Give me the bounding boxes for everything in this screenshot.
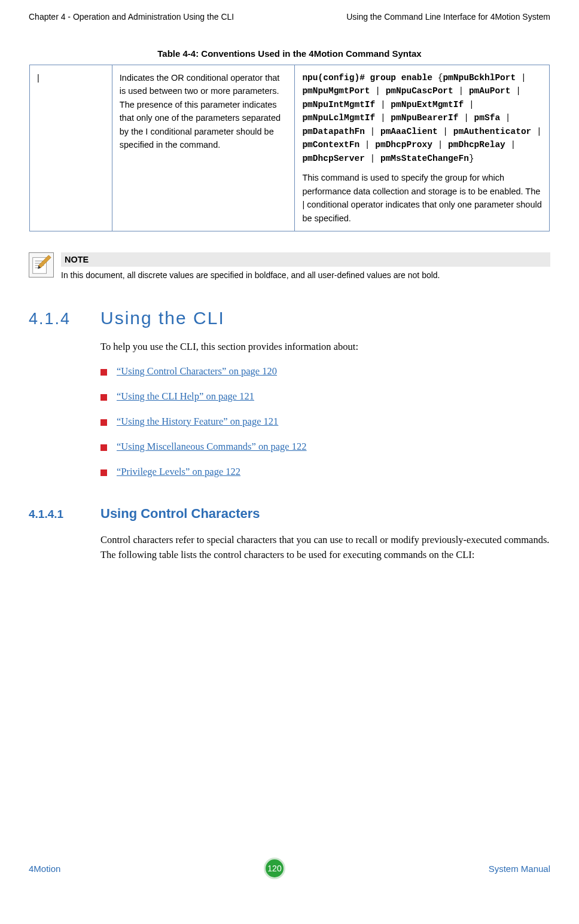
toc-link[interactable]: “Using the CLI Help” on page 121 [117, 391, 254, 402]
section-number: 4.1.4 [29, 310, 100, 328]
code-param: pmNpuExtMgmtIf [391, 100, 464, 109]
footer-left: 4Motion [29, 864, 60, 874]
header-left: Chapter 4 - Operation and Administration… [29, 12, 234, 22]
code-param: pmNpuIntMgmtIf [302, 100, 375, 109]
code-example: npu(config)# group enable {pmNpuBckhlPor… [302, 71, 542, 165]
code-separator: | [511, 86, 521, 96]
list-item: “Privilege Levels” on page 122 [100, 466, 550, 478]
note-label: NOTE [61, 252, 550, 267]
code-param: pmAuPort [469, 86, 511, 96]
bullet-icon [100, 444, 107, 451]
code-param: pmNpuLclMgmtIf [302, 113, 375, 123]
code-separator: | [505, 140, 516, 150]
toc-link[interactable]: “Using Miscellaneous Commands” on page 1… [117, 441, 307, 453]
subsection-number: 4.1.4.1 [29, 508, 100, 521]
description-cell: Indicates the OR conditional operator th… [112, 65, 295, 231]
code-separator: | [453, 86, 469, 96]
brace-close: } [469, 154, 474, 163]
subsection-body: Control characters refer to special char… [100, 532, 550, 563]
bullet-icon [100, 369, 107, 376]
bullet-icon [100, 469, 107, 476]
page-footer: 4Motion 120 System Manual [29, 858, 550, 879]
example-explanation: This command is used to specify the grou… [302, 171, 542, 225]
bullet-list: “Using Control Characters” on page 120 “… [100, 365, 550, 491]
code-separator: | [375, 113, 391, 123]
list-item: “Using the History Feature” on page 121 [100, 416, 550, 428]
code-param: pmNpuMgmtPort [302, 86, 370, 96]
code-param: pmNpuCascPort [386, 86, 453, 96]
note-body: In this document, all discrete values ar… [61, 270, 550, 281]
code-param: pmDhcpProxy [375, 140, 432, 150]
list-item: “Using the CLI Help” on page 121 [100, 391, 550, 402]
code-separator: | [438, 127, 453, 136]
section-title: Using the CLI [100, 308, 225, 328]
code-param: pmDhcpServer [302, 154, 364, 163]
code-param: pmNpuBckhlPort [443, 73, 516, 83]
page-header: Chapter 4 - Operation and Administration… [29, 12, 550, 22]
code-separator: | [500, 113, 510, 123]
code-separator: | [432, 140, 448, 150]
toc-link[interactable]: “Using Control Characters” on page 120 [117, 365, 277, 377]
note-block: NOTE In this document, all discrete valu… [29, 252, 550, 281]
code-separator: | [531, 127, 541, 136]
code-param: pmMsStateChangeFn [380, 154, 469, 163]
list-item: “Using Control Characters” on page 120 [100, 365, 550, 377]
footer-right: System Manual [489, 864, 550, 874]
code-separator: | [370, 86, 386, 96]
subsection-heading: 4.1.4.1 Using Control Characters [29, 506, 550, 522]
code-param: pmNpuBearerIf [391, 113, 458, 123]
example-cell: npu(config)# group enable {pmNpuBckhlPor… [295, 65, 550, 231]
code-prefix: npu(config)# group enable [302, 73, 437, 83]
code-param: pmAuthenticator [453, 127, 532, 136]
table-title: Table 4-4: Conventions Used in the 4Moti… [29, 48, 550, 59]
table-row: | Indicates the OR conditional operator … [30, 65, 550, 231]
code-separator: | [365, 127, 380, 136]
list-item: “Using Miscellaneous Commands” on page 1… [100, 441, 550, 453]
bullet-icon [100, 419, 107, 426]
code-param: pmAaaClient [380, 127, 438, 136]
code-separator: | [375, 100, 391, 109]
code-param: pmContextFn [302, 140, 359, 150]
code-separator: | [359, 140, 375, 150]
symbol-cell: | [30, 65, 112, 231]
subsection-title: Using Control Characters [100, 506, 260, 522]
header-right: Using the Command Line Interface for 4Mo… [346, 12, 550, 22]
code-separator: | [458, 113, 474, 123]
toc-link[interactable]: “Privilege Levels” on page 122 [117, 466, 240, 478]
code-separator: | [516, 73, 526, 83]
code-param: pmDhcpRelay [448, 140, 505, 150]
section-heading: 4.1.4 Using the CLI [29, 308, 550, 328]
page-number-badge: 120 [264, 858, 285, 879]
note-icon [29, 252, 54, 277]
code-param: pmDatapathFn [302, 127, 364, 136]
code-separator: | [464, 100, 474, 109]
code-separator: | [365, 154, 380, 163]
section-intro: To help you use the CLI, this section pr… [100, 339, 550, 355]
code-param: pmSfa [474, 113, 501, 123]
bullet-icon [100, 394, 107, 401]
syntax-table: | Indicates the OR conditional operator … [29, 65, 550, 231]
toc-link[interactable]: “Using the History Feature” on page 121 [117, 416, 278, 428]
